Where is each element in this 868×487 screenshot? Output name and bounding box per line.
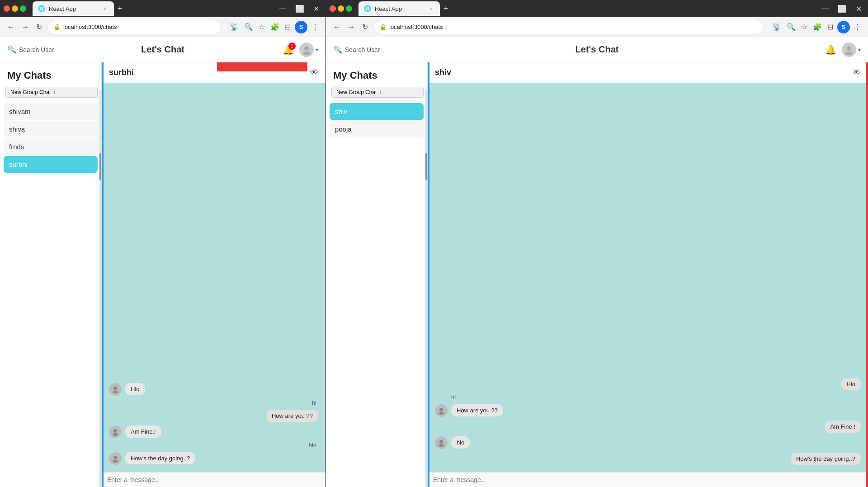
right-refresh-button[interactable]: ↻: [360, 21, 370, 33]
right-minimize-win[interactable]: —: [819, 4, 831, 14]
right-chat-input[interactable]: [433, 476, 863, 483]
left-win-ctrl: — ⬜ ✕: [276, 4, 322, 14]
left-msg-fine-received: Am Fine.!: [109, 426, 318, 438]
left-chat-item-shivam[interactable]: shivam: [4, 103, 98, 120]
left-sidebar-scrollbar[interactable]: [99, 90, 101, 487]
right-forward-button[interactable]: →: [346, 21, 357, 33]
right-bookmark-button[interactable]: ☆: [800, 21, 809, 33]
right-minimize-button[interactable]: [338, 5, 344, 12]
right-extensions-button[interactable]: 🧩: [811, 21, 823, 33]
right-url-text: localhost:3000/chats: [389, 24, 443, 30]
right-new-group-button[interactable]: New Group Chat +: [331, 87, 424, 98]
right-profile-circle[interactable]: S: [837, 21, 850, 33]
svg-point-11: [439, 412, 444, 415]
left-active-tab[interactable]: R React App ×: [33, 1, 114, 16]
right-restore-win[interactable]: ⬜: [835, 4, 849, 14]
right-title-bar: R React App × + — ⬜ ✕: [326, 0, 868, 17]
close-button[interactable]: [4, 5, 10, 12]
right-msg-avatar-2: [435, 436, 448, 449]
right-new-group-plus-icon: +: [378, 89, 382, 95]
left-bookmark-button[interactable]: ☆: [257, 21, 266, 33]
left-chat-item-surbhi[interactable]: surbhi: [4, 156, 98, 173]
left-tab-title: React App: [49, 5, 98, 12]
left-notification-button[interactable]: 🔔 1: [283, 44, 294, 55]
minimize-button[interactable]: [12, 5, 18, 12]
right-sidebar-scrollbar[interactable]: [425, 90, 427, 487]
right-msg-hlo-sent: Hlo: [435, 378, 861, 390]
left-refresh-button[interactable]: ↻: [34, 21, 44, 33]
left-eye-button[interactable]: 👁: [310, 68, 318, 77]
right-messages-container[interactable]: Hlo hi How are you ??: [428, 83, 868, 472]
left-notif-badge: 1: [288, 43, 296, 50]
right-chat-item-pooja[interactable]: pooja: [330, 121, 424, 137]
right-maximize-button[interactable]: [346, 5, 352, 12]
svg-point-1: [303, 52, 310, 55]
right-chat-list: shiv pooja: [330, 103, 424, 137]
left-window-controls: [4, 5, 26, 12]
right-tab-close[interactable]: ×: [427, 5, 434, 12]
right-close-button[interactable]: [330, 5, 336, 12]
right-sidebar-scrollbar-thumb: [425, 153, 427, 180]
right-eye-button[interactable]: 👁: [853, 68, 861, 77]
left-chat-item-shiva[interactable]: shiva: [4, 121, 98, 137]
left-tab-close[interactable]: ×: [101, 5, 108, 12]
left-new-group-label: New Group Chat: [10, 89, 51, 95]
left-minimize-win[interactable]: —: [276, 4, 289, 14]
left-extensions-button[interactable]: 🧩: [269, 21, 281, 33]
svg-point-3: [113, 391, 118, 393]
left-new-group-plus-icon: +: [52, 89, 56, 95]
left-more-button[interactable]: ⋮: [310, 21, 320, 33]
left-close-win[interactable]: ✕: [311, 4, 322, 14]
left-profile-circle[interactable]: S: [295, 21, 307, 33]
right-chat-item-shiv[interactable]: shiv: [330, 103, 424, 120]
left-forward-button[interactable]: →: [20, 21, 31, 33]
right-cast-button[interactable]: 📡: [771, 21, 783, 33]
right-search-user[interactable]: 🔍 Search User: [333, 45, 380, 54]
left-messages-container[interactable]: Hlo hi How are you ??: [102, 83, 326, 472]
left-chat-area: surbhi 👁 Hlo hi: [102, 62, 326, 487]
right-back-button[interactable]: ←: [331, 21, 342, 33]
right-zoom-button[interactable]: 🔍: [785, 21, 797, 33]
left-chat-input[interactable]: [107, 476, 320, 483]
left-chat-item-frnds[interactable]: frnds: [4, 138, 98, 155]
right-active-tab[interactable]: R React App ×: [359, 1, 440, 16]
right-msg-how: How are you ??: [451, 404, 503, 416]
left-search-label: Search User: [19, 46, 54, 53]
left-msg-hi-sent: hi: [109, 399, 318, 406]
right-msg-fine: Am Fine.!: [825, 421, 861, 433]
right-app-content: 🔍 Search User Let's Chat 🔔 ▾: [326, 37, 868, 487]
svg-point-7: [113, 460, 118, 463]
left-cast-button[interactable]: 📡: [228, 21, 240, 33]
right-msg-how-received: How are you ??: [435, 404, 861, 417]
right-avatar: [842, 43, 856, 57]
right-new-tab-button[interactable]: +: [442, 2, 450, 15]
left-avatar-button[interactable]: ▾: [299, 43, 318, 57]
right-avatar-button[interactable]: ▾: [842, 43, 861, 57]
right-url-field[interactable]: 🔒 localhost:3000/chats: [373, 20, 764, 34]
left-chat-list: shivam shiva frnds surbhi: [4, 103, 98, 173]
svg-point-4: [113, 429, 117, 433]
left-chat-name: surbhi: [109, 68, 134, 77]
right-split-button[interactable]: ⊟: [826, 21, 835, 33]
left-new-group-button[interactable]: New Group Chat +: [5, 87, 98, 98]
right-msg-hlo-received: hlo: [435, 436, 861, 449]
right-address-icons: 📡 🔍 ☆ 🧩 ⊟ S ⋮: [771, 21, 863, 33]
right-msg-hlo: Hlo: [841, 378, 861, 390]
left-restore-win[interactable]: ⬜: [292, 4, 307, 14]
left-split-button[interactable]: ⊟: [283, 21, 292, 33]
left-url-field[interactable]: 🔒 localhost:3000/chats: [47, 20, 221, 34]
right-app-header: 🔍 Search User Let's Chat 🔔 ▾: [326, 37, 868, 62]
left-back-button[interactable]: ←: [5, 21, 16, 33]
left-search-user[interactable]: 🔍 Search User: [7, 45, 54, 54]
left-search-icon: 🔍: [7, 45, 16, 54]
left-msg-fine: Am Fine.!: [125, 426, 161, 438]
left-zoom-button[interactable]: 🔍: [243, 21, 255, 33]
right-chat-name: shiv: [435, 68, 451, 77]
left-msg-day-received: How's the day going..?: [109, 452, 318, 465]
right-more-button[interactable]: ⋮: [853, 21, 863, 33]
maximize-button[interactable]: [20, 5, 26, 12]
right-close-win[interactable]: ✕: [853, 4, 864, 14]
right-notification-button[interactable]: 🔔: [825, 44, 836, 55]
left-new-tab-button[interactable]: +: [116, 2, 124, 15]
right-msg-day-sent: How's the day going..?: [435, 453, 861, 465]
